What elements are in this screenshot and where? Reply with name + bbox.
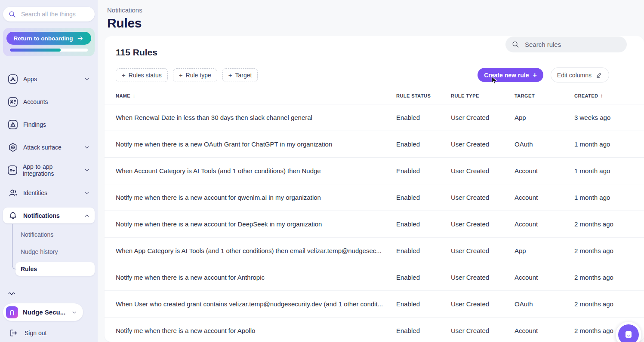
chevron-down-icon [83, 144, 90, 151]
table-row[interactable]: When Renewal Date in less than 30 days t… [105, 104, 644, 131]
sidebar-item-identities[interactable]: Identities [3, 185, 95, 201]
plus-icon: + [179, 71, 183, 79]
cell-created: 1 month ago [574, 140, 644, 148]
sidebar-item-label: Findings [23, 121, 46, 128]
arrow-right-icon [77, 35, 84, 42]
table-controls: +Rules status+Rule type+Target Create ne… [116, 67, 627, 82]
page-title: Rules [107, 16, 644, 31]
cell-target: Account [515, 274, 574, 281]
table-row[interactable]: Notify me when there is a new account fo… [105, 184, 644, 211]
cell-target: Account [515, 194, 574, 201]
onboarding-progress-track [10, 49, 88, 52]
sign-out-icon [9, 328, 18, 338]
rules-search-input[interactable] [524, 40, 621, 49]
sidebar-item-notifications[interactable]: Notifications [3, 208, 95, 223]
column-label: RULE STATUS [396, 93, 431, 98]
plus-icon: + [122, 71, 126, 79]
sidebar-item-findings[interactable]: Findings [3, 116, 95, 132]
cell-target: App [515, 114, 574, 121]
main-content: Notifications Rules 115 Rules +Rules sta… [98, 0, 644, 342]
filter-chip-rules-status[interactable]: +Rules status [116, 68, 168, 82]
edit-columns-button[interactable]: Edit columns [551, 67, 609, 82]
org-name: Nudge Secu... [23, 308, 65, 316]
onboarding-button-label: Return to onboarding [14, 35, 73, 42]
page-header: Notifications Rules [105, 0, 644, 31]
cell-rule-type: User Created [451, 194, 515, 201]
filter-chip-label: Rule type [186, 72, 211, 79]
chat-bubble-icon [618, 324, 639, 342]
cell-target: OAuth [515, 140, 574, 148]
breadcrumb: Notifications [107, 6, 644, 14]
return-to-onboarding-button[interactable]: Return to onboarding [6, 32, 91, 45]
global-search[interactable] [3, 7, 95, 21]
cell-created: 3 weeks ago [574, 114, 644, 121]
sign-out-button[interactable]: Sign out [3, 328, 95, 338]
create-new-rule-button[interactable]: Create new rule + [478, 68, 543, 82]
sidebar-nav: AppsAccountsFindingsAttack surfaceApp-to… [3, 71, 95, 223]
cell-rule-type: User Created [451, 327, 515, 334]
cell-rule-status: Enabled [396, 220, 451, 228]
table-row[interactable]: Notify me when there is a new account fo… [105, 264, 644, 291]
cell-name: When User who created grant contains vel… [116, 300, 396, 308]
sidebar-item-label: Accounts [23, 98, 48, 105]
sidebar-subitem-nudge-history[interactable]: Nudge history [15, 245, 95, 259]
sidebar-item-apps[interactable]: Apps [3, 71, 95, 87]
onboarding-card: Return to onboarding [3, 28, 95, 56]
cell-rule-type: User Created [451, 274, 515, 281]
apps-icon [7, 73, 18, 84]
org-switcher[interactable]: Nudge Secu... [3, 303, 83, 321]
table-row[interactable]: Notify me when there is a new account fo… [105, 211, 644, 238]
action-buttons: Create new rule + Edit columns [478, 67, 627, 82]
chevron-up-icon [83, 212, 90, 219]
sidebar-item-label: Identities [23, 189, 47, 196]
cell-rule-status: Enabled [396, 140, 451, 148]
cell-target: Account [515, 167, 574, 174]
sidebar-item-accounts[interactable]: Accounts [3, 94, 95, 110]
column-header-name[interactable]: NAME↓ [116, 93, 396, 99]
column-header-created[interactable]: CREATED↑ [574, 93, 644, 99]
filter-chip-label: Rules status [129, 72, 162, 79]
global-search-input[interactable] [20, 10, 89, 18]
sidebar-subitem-notifications[interactable]: Notifications [15, 228, 95, 241]
search-icon [8, 10, 16, 18]
sidebar-item-attack-surface[interactable]: Attack surface [3, 139, 95, 155]
table-body: When Renewal Date in less than 30 days t… [105, 104, 644, 342]
table-row[interactable]: When Account Category is AI Tools (and 1… [105, 158, 644, 184]
cell-rule-status: Enabled [396, 114, 451, 121]
tree-connector [12, 224, 16, 269]
table-header: NAME↓RULE STATUSRULE TYPETARGETCREATED↑ [105, 82, 644, 104]
chevron-down-icon [83, 76, 90, 82]
cell-rule-status: Enabled [396, 300, 451, 308]
table-row[interactable]: Notify me when there is a new OAuth Gran… [105, 131, 644, 158]
table-row[interactable]: Notify me when there is a new account fo… [105, 318, 644, 342]
cell-created: 2 months ago [574, 247, 644, 254]
column-header-rule-type[interactable]: RULE TYPE [451, 93, 515, 99]
filter-chip-rule-type[interactable]: +Rule type [173, 68, 217, 82]
sidebar-subitem-rules[interactable]: Rules [15, 262, 95, 276]
filter-chip-target[interactable]: +Target [222, 68, 258, 82]
cell-name: When App Category is AI Tools (and 1 oth… [116, 247, 396, 254]
sidebar-item-label: Notifications [23, 212, 60, 219]
column-header-target[interactable]: TARGET [515, 93, 574, 99]
pencil-icon [595, 71, 603, 79]
rules-card: 115 Rules +Rules status+Rule type+Target… [105, 36, 644, 342]
plus-icon: + [228, 71, 232, 79]
column-header-rule-status[interactable]: RULE STATUS [396, 93, 451, 99]
integrations-icon [7, 165, 18, 175]
findings-icon [7, 119, 18, 130]
column-label: TARGET [515, 93, 535, 98]
sidebar: Return to onboarding AppsAccountsFinding… [0, 0, 98, 342]
cell-created: 2 months ago [574, 300, 644, 308]
chevron-down-icon [83, 189, 90, 196]
attack-surface-icon [7, 142, 18, 153]
rules-search[interactable] [505, 37, 627, 52]
cell-created: 2 months ago [574, 220, 644, 228]
cell-rule-type: User Created [451, 114, 515, 121]
cell-target: OAuth [515, 300, 574, 308]
cell-rule-type: User Created [451, 167, 515, 174]
create-button-label: Create new rule [484, 72, 529, 79]
table-row[interactable]: When App Category is AI Tools (and 1 oth… [105, 238, 644, 264]
sidebar-item-app-to-app-integrations[interactable]: App-to-app integrations [3, 162, 95, 178]
table-row[interactable]: When User who created grant contains vel… [105, 291, 644, 318]
cell-rule-status: Enabled [396, 247, 451, 254]
